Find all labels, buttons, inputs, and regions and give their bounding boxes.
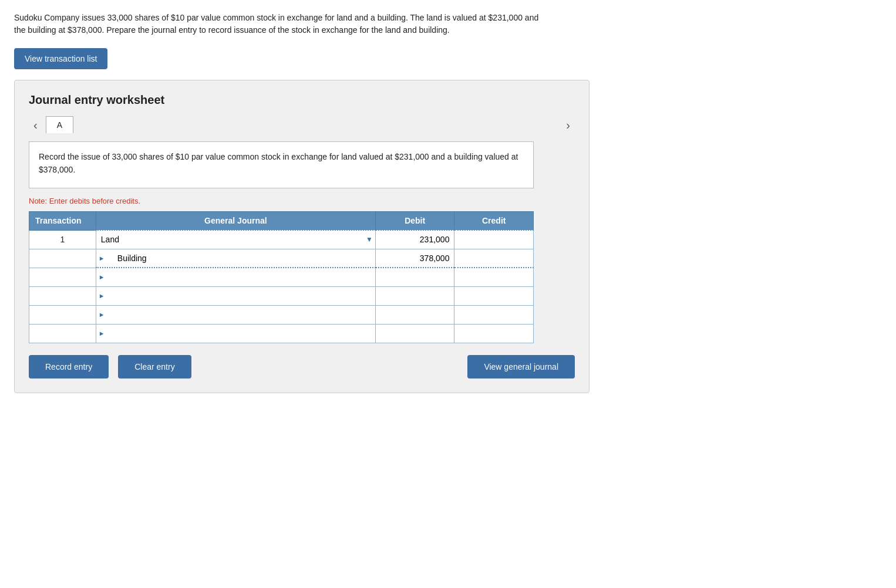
credit-cell[interactable] xyxy=(454,324,534,343)
gj-input[interactable] xyxy=(107,325,375,343)
problem-text: Sudoku Company issues 33,000 shares of $… xyxy=(14,12,543,36)
transaction-num-cell xyxy=(29,324,96,343)
debit-input[interactable] xyxy=(376,287,454,305)
debit-cell[interactable] xyxy=(375,324,454,343)
gj-input[interactable] xyxy=(107,268,375,286)
credit-cell[interactable] xyxy=(454,305,534,324)
tab-a[interactable]: A xyxy=(46,116,73,133)
credit-input[interactable] xyxy=(454,325,533,343)
record-entry-button[interactable]: Record entry xyxy=(29,355,109,379)
table-row: ► xyxy=(29,268,534,286)
view-transaction-button[interactable]: View transaction list xyxy=(14,48,107,69)
credit-cell[interactable] xyxy=(454,286,534,305)
debit-cell[interactable] xyxy=(375,249,454,268)
clear-entry-button[interactable]: Clear entry xyxy=(118,355,191,379)
gj-input[interactable] xyxy=(107,287,375,305)
table-row: ► xyxy=(29,324,534,343)
description-box: Record the issue of 33,000 shares of $10… xyxy=(29,141,534,188)
gj-cell[interactable]: ► xyxy=(96,249,375,268)
transaction-num-cell xyxy=(29,268,96,286)
table-row: 1 ▼ xyxy=(29,230,534,249)
gj-cell[interactable]: ► xyxy=(96,286,375,305)
table-row: ► xyxy=(29,305,534,324)
credit-cell[interactable] xyxy=(454,249,534,268)
gj-cell[interactable]: ▼ xyxy=(96,230,375,249)
debit-cell[interactable] xyxy=(375,268,454,286)
credit-input[interactable] xyxy=(454,249,533,268)
worksheet-container: Journal entry worksheet ‹ A › Record the… xyxy=(14,80,590,393)
gj-input[interactable] xyxy=(107,306,375,324)
indent-arrow-icon: ► xyxy=(99,255,105,262)
indent-arrow-icon: ► xyxy=(99,330,105,337)
indent-arrow-icon: ► xyxy=(99,292,105,299)
table-row: ► xyxy=(29,286,534,305)
debit-input[interactable] xyxy=(376,249,454,268)
credit-input[interactable] xyxy=(454,231,533,249)
indent-arrow-icon: ► xyxy=(99,311,105,318)
button-row: Record entry Clear entry View general jo… xyxy=(29,355,575,379)
transaction-num-cell: 1 xyxy=(29,230,96,249)
next-tab-arrow[interactable]: › xyxy=(561,119,575,131)
credit-input[interactable] xyxy=(454,268,533,286)
col-header-transaction: Transaction xyxy=(29,212,96,231)
col-header-general-journal: General Journal xyxy=(96,212,375,231)
gj-cell[interactable]: ► xyxy=(96,324,375,343)
indent-arrow-icon: ► xyxy=(99,273,105,281)
col-header-debit: Debit xyxy=(375,212,454,231)
table-row: ► xyxy=(29,249,534,268)
transaction-num-cell xyxy=(29,305,96,324)
debit-input[interactable] xyxy=(376,306,454,324)
tab-navigation: ‹ A › xyxy=(29,116,575,133)
debit-cell[interactable] xyxy=(375,286,454,305)
note-text: Note: Enter debits before credits. xyxy=(29,197,575,205)
debit-input[interactable] xyxy=(376,268,454,286)
debit-input[interactable] xyxy=(376,325,454,343)
credit-cell[interactable] xyxy=(454,268,534,286)
worksheet-title: Journal entry worksheet xyxy=(29,93,575,107)
journal-table: Transaction General Journal Debit Credit… xyxy=(29,211,534,343)
gj-cell[interactable]: ► xyxy=(96,268,375,286)
col-header-credit: Credit xyxy=(454,212,534,231)
gj-input[interactable] xyxy=(96,231,375,249)
debit-cell[interactable] xyxy=(375,305,454,324)
credit-input[interactable] xyxy=(454,306,533,324)
view-general-journal-button[interactable]: View general journal xyxy=(467,355,575,379)
prev-tab-arrow[interactable]: ‹ xyxy=(29,119,42,131)
gj-input[interactable] xyxy=(107,249,375,268)
gj-cell[interactable]: ► xyxy=(96,305,375,324)
debit-cell[interactable] xyxy=(375,230,454,249)
credit-input[interactable] xyxy=(454,287,533,305)
transaction-num-cell xyxy=(29,286,96,305)
debit-input[interactable] xyxy=(376,231,454,249)
transaction-num-cell xyxy=(29,249,96,268)
credit-cell[interactable] xyxy=(454,230,534,249)
